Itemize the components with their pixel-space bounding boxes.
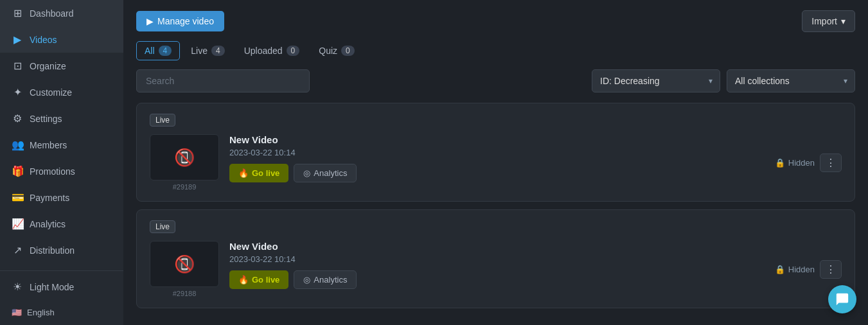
video-date-1: 2023-03-22 10:14 <box>229 148 765 157</box>
sidebar-item-organize[interactable]: ⊡ Organize <box>0 53 123 79</box>
sidebar-divider <box>0 270 123 271</box>
sidebar-item-videos[interactable]: ▶ Videos <box>0 26 123 53</box>
sidebar-item-dashboard[interactable]: ⊞ Dashboard <box>0 0 123 26</box>
more-options-button-1[interactable]: ⋮ <box>820 154 842 172</box>
tab-live[interactable]: Live 4 <box>182 41 233 60</box>
tab-live-label: Live <box>191 46 208 56</box>
dashboard-icon: ⊞ <box>12 7 23 19</box>
sidebar-label-language: English <box>27 308 55 317</box>
tab-uploaded-label: Uploaded <box>244 46 283 56</box>
members-icon: 👥 <box>12 139 23 151</box>
tab-quiz[interactable]: Quiz 0 <box>310 41 362 60</box>
hidden-badge-2: 🔒 Hidden <box>775 265 815 274</box>
import-label: Import <box>811 16 837 26</box>
sidebar-label-payments: Payments <box>30 193 69 203</box>
go-live-button-1[interactable]: 🔥 Go live <box>229 164 288 182</box>
lock-icon-2: 🔒 <box>775 265 785 274</box>
video-actions-2: 🔥 Go live ◎ Analytics <box>229 270 765 289</box>
chat-bubble[interactable] <box>828 285 856 313</box>
chevron-down-icon: ▾ <box>841 16 846 26</box>
live-badge-1: Live <box>150 114 175 127</box>
sidebar-item-members[interactable]: 👥 Members <box>0 132 123 158</box>
video-list: Live 📵 #29189 New Video 2023-03-22 10:14… <box>136 103 855 315</box>
tab-quiz-label: Quiz <box>319 46 337 56</box>
video-card-2: Live 📵 #29188 New Video 2023-03-22 10:14… <box>136 209 855 308</box>
sidebar-item-payments[interactable]: 💳 Payments <box>0 184 123 211</box>
sidebar-label-members: Members <box>30 140 67 150</box>
analytics-label-1: Analytics <box>314 168 347 178</box>
video-thumbnail-1: 📵 <box>150 134 219 180</box>
video-date-2: 2023-03-22 10:14 <box>229 254 765 264</box>
sidebar: ⊞ Dashboard ▶ Videos ⊡ Organize ✦ Custom… <box>0 0 123 325</box>
payments-icon: 💳 <box>12 191 23 204</box>
analytics-label-2: Analytics <box>314 275 347 285</box>
import-button[interactable]: Import ▾ <box>802 10 855 32</box>
sidebar-item-light-mode[interactable]: ☀ Light Mode <box>0 274 123 300</box>
tab-all-count: 4 <box>159 46 172 56</box>
sidebar-label-organize: Organize <box>30 61 66 71</box>
chat-icon <box>835 292 849 306</box>
lock-icon-1: 🔒 <box>775 158 785 168</box>
video-info-1: New Video 2023-03-22 10:14 🔥 Go live ◎ A… <box>229 134 765 182</box>
sidebar-item-language[interactable]: 🇺🇸 English <box>0 300 123 325</box>
more-options-button-2[interactable]: ⋮ <box>820 260 842 279</box>
video-info-2: New Video 2023-03-22 10:14 🔥 Go live ◎ A… <box>229 241 765 289</box>
video-card-1: Live 📵 #29189 New Video 2023-03-22 10:14… <box>136 103 855 202</box>
analytics-icon-btn-2: ◎ <box>303 275 310 285</box>
manage-video-button[interactable]: ▶ Manage video <box>136 11 224 31</box>
topbar: ▶ Manage video Import ▾ <box>136 10 855 32</box>
main-content: ▶ Manage video Import ▾ All 4 Live 4 Upl… <box>123 0 868 325</box>
no-camera-icon-1: 📵 <box>174 148 195 168</box>
analytics-icon: 📈 <box>12 218 23 230</box>
tab-live-count: 4 <box>211 46 225 56</box>
collection-select[interactable]: All collections <box>727 69 855 92</box>
sidebar-item-distribution[interactable]: ↗ Distribution <box>0 237 123 263</box>
video-actions-1: 🔥 Go live ◎ Analytics <box>229 164 765 182</box>
distribution-icon: ↗ <box>12 244 23 256</box>
tab-quiz-count: 0 <box>341 46 355 56</box>
language-flag: 🇺🇸 <box>12 308 22 317</box>
video-row-1: 📵 #29189 New Video 2023-03-22 10:14 🔥 Go… <box>150 134 842 191</box>
video-id-2: #29188 <box>173 290 197 297</box>
sidebar-label-distribution: Distribution <box>30 245 75 256</box>
sidebar-label-light-mode: Light Mode <box>30 282 74 292</box>
video-meta-2: 🔒 Hidden ⋮ <box>775 260 842 279</box>
analytics-icon-btn-1: ◎ <box>303 168 310 178</box>
video-id-1: #29189 <box>173 183 197 191</box>
promotions-icon: 🎁 <box>12 165 23 177</box>
customize-icon: ✦ <box>12 86 23 98</box>
videos-icon: ▶ <box>12 33 23 46</box>
analytics-button-1[interactable]: ◎ Analytics <box>294 164 357 182</box>
no-camera-icon-2: 📵 <box>174 254 195 274</box>
sort-select-wrapper: ID: Decreasing ID: Increasing Date: Newe… <box>592 69 720 92</box>
video-tabs: All 4 Live 4 Uploaded 0 Quiz 0 <box>136 41 855 60</box>
sidebar-label-promotions: Promotions <box>30 166 75 177</box>
video-row-2: 📵 #29188 New Video 2023-03-22 10:14 🔥 Go… <box>150 241 842 297</box>
organize-icon: ⊡ <box>12 60 23 72</box>
search-input[interactable] <box>136 69 310 92</box>
sidebar-label-videos: Videos <box>30 35 57 45</box>
flame-icon-2: 🔥 <box>238 275 249 285</box>
analytics-button-2[interactable]: ◎ Analytics <box>294 270 357 289</box>
sidebar-item-analytics[interactable]: 📈 Analytics <box>0 211 123 237</box>
go-live-button-2[interactable]: 🔥 Go live <box>229 270 288 289</box>
filter-bar: ID: Decreasing ID: Increasing Date: Newe… <box>136 69 855 92</box>
sidebar-item-settings[interactable]: ⚙ Settings <box>0 105 123 132</box>
live-badge-2: Live <box>150 220 175 233</box>
sidebar-item-customize[interactable]: ✦ Customize <box>0 79 123 105</box>
go-live-label-1: Go live <box>252 168 279 178</box>
tab-all-label: All <box>145 46 155 56</box>
tab-uploaded-count: 0 <box>287 46 300 56</box>
tab-all[interactable]: All 4 <box>136 41 180 60</box>
hidden-badge-1: 🔒 Hidden <box>775 158 815 168</box>
video-title-2: New Video <box>229 241 765 252</box>
sort-select[interactable]: ID: Decreasing ID: Increasing Date: Newe… <box>592 69 720 92</box>
tab-uploaded[interactable]: Uploaded 0 <box>236 41 308 60</box>
manage-video-label: Manage video <box>157 16 214 26</box>
play-icon: ▶ <box>146 16 154 26</box>
video-meta-1: 🔒 Hidden ⋮ <box>775 154 842 172</box>
collection-select-wrapper: All collections <box>727 69 855 92</box>
hidden-label-2: Hidden <box>788 265 815 274</box>
video-thumbnail-2: 📵 <box>150 241 219 287</box>
sidebar-item-promotions[interactable]: 🎁 Promotions <box>0 158 123 184</box>
